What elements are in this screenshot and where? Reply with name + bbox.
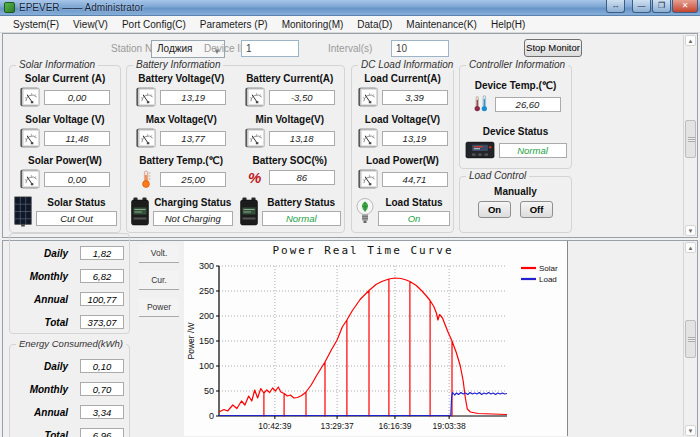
- min-voltage-metric: Min Voltage(V) 13,18: [236, 114, 345, 148]
- power-chart-svg: 05010015020025030010:42:3913:29:3716:16:…: [184, 241, 568, 436]
- bottom-panel-scrollbar[interactable]: ▲ ▼: [683, 242, 696, 436]
- energy-gen-monthly-label: Monthly: [22, 271, 68, 282]
- scroll-up-icon[interactable]: ▲: [685, 35, 696, 46]
- menu-monitoring[interactable]: Monitoring(M): [275, 19, 351, 30]
- percent-icon: %: [245, 169, 265, 186]
- solar-status-block: Solar Status Cut Out: [13, 196, 117, 227]
- gauge-icon: [20, 169, 40, 189]
- battery-voltage-label: Battery Voltage(V): [127, 73, 236, 84]
- app-window: EPEVER —— Administrator ↔ — ❐ ✕ System(F…: [0, 0, 700, 437]
- scrollbar-thumb[interactable]: [685, 320, 696, 358]
- energy-gen-total-value: 373,07: [80, 315, 124, 329]
- menu-data[interactable]: Data(D): [350, 19, 399, 30]
- energy-consumed-group: Energy Consumed(kWh) Daily 0,10 Monthly …: [9, 344, 130, 437]
- power-curve-button[interactable]: Power: [139, 298, 179, 317]
- load-current-metric: Load Current(A) 3,39: [352, 73, 453, 107]
- svg-text:16:16:39: 16:16:39: [378, 421, 411, 431]
- solar-power-value: 0,00: [44, 172, 110, 187]
- interval-input[interactable]: [391, 40, 449, 57]
- device-id-input[interactable]: [241, 40, 299, 57]
- battery-icon: [130, 196, 150, 227]
- controller-icon: [465, 140, 495, 160]
- interval-label: Interval(s): [328, 43, 372, 54]
- solar-group-title: Solar Information: [16, 59, 98, 70]
- energy-gen-daily-label: Daily: [22, 248, 68, 259]
- scrollbar-thumb[interactable]: [685, 120, 696, 158]
- energy-row: Daily 1,82: [22, 246, 129, 260]
- resize-icon[interactable]: ↔: [606, 0, 625, 13]
- min-voltage-label: Min Voltage(V): [236, 114, 345, 125]
- controller-information-group: Controller Information Device Temp.(℃) 2…: [459, 65, 572, 169]
- thermometer-icon: [136, 169, 156, 189]
- bulb-icon: [355, 196, 375, 227]
- svg-text:Solar: Solar: [539, 264, 558, 273]
- battery-temp-value: 25,00: [160, 172, 226, 187]
- svg-text:50: 50: [204, 386, 214, 396]
- device-temp-metric: Device Temp.(℃) 26,60: [460, 80, 571, 114]
- menu-system[interactable]: System(F): [6, 19, 66, 30]
- solar-status-label: Solar Status: [36, 197, 117, 208]
- restore-button[interactable]: ❐: [652, 0, 671, 13]
- scroll-down-icon[interactable]: ▼: [685, 425, 696, 436]
- load-voltage-label: Load Voltage(V): [352, 114, 453, 125]
- svg-text:10:42:39: 10:42:39: [258, 421, 291, 431]
- scroll-up-icon[interactable]: ▲: [685, 242, 696, 253]
- energy-row: Monthly 6,82: [22, 269, 129, 283]
- gauge-icon: [358, 87, 378, 107]
- device-status-label: Device Status: [460, 126, 571, 137]
- gauge-icon: [358, 169, 378, 189]
- svg-text:250: 250: [199, 286, 214, 296]
- charging-status-value: Not Charging: [153, 211, 233, 226]
- gauge-icon: [20, 87, 40, 107]
- load-status-label: Load Status: [378, 197, 450, 208]
- load-power-value: 44,71: [382, 172, 448, 187]
- current-curve-button[interactable]: Cur.: [139, 271, 179, 290]
- load-off-button[interactable]: Off: [520, 201, 553, 218]
- energy-gen-monthly-value: 6,82: [80, 269, 124, 283]
- gauge-icon: [20, 128, 40, 148]
- energy-row: Annual 100,77: [22, 292, 129, 306]
- load-on-button[interactable]: On: [478, 201, 511, 218]
- battery-soc-value: 86: [269, 170, 335, 185]
- svg-text:Power Real Time Curve: Power Real Time Curve: [272, 244, 453, 257]
- energy-con-annual-label: Annual: [22, 407, 68, 418]
- energy-gen-daily-value: 1,82: [80, 246, 124, 260]
- manually-label: Manually: [460, 186, 571, 197]
- svg-text:200: 200: [199, 311, 214, 321]
- battery-information-group: Battery Information Battery Voltage(V) 1…: [126, 65, 345, 233]
- dc-load-group-title: DC Load Information: [358, 59, 456, 70]
- menu-help[interactable]: Help(H): [484, 19, 532, 30]
- battery-current-label: Battery Current(A): [236, 73, 345, 84]
- solar-panel-icon: [13, 196, 33, 227]
- solar-current-metric: Solar Current (A) 0,00: [10, 73, 120, 107]
- load-current-value: 3,39: [382, 90, 448, 105]
- menu-maintenance[interactable]: Maintenance(K): [399, 19, 484, 30]
- menu-view[interactable]: View(V): [66, 19, 115, 30]
- device-temp-label: Device Temp.(℃): [460, 80, 571, 91]
- menu-parameters[interactable]: Parameters (P): [193, 19, 275, 30]
- minimize-button[interactable]: —: [632, 0, 651, 13]
- battery-status-value: Normal: [262, 211, 342, 226]
- max-voltage-value: 13,77: [160, 131, 226, 146]
- gauge-icon: [136, 87, 156, 107]
- stop-monitor-button[interactable]: Stop Monitor: [524, 39, 582, 57]
- gauge-icon: [245, 128, 265, 148]
- volt-curve-button[interactable]: Volt.: [139, 244, 179, 263]
- energy-consumed-title: Energy Consumed(kWh): [16, 338, 126, 349]
- top-panel-scrollbar[interactable]: ▲ ▼: [683, 35, 696, 236]
- energy-con-total-label: Total: [22, 430, 68, 437]
- svg-text:0: 0: [209, 411, 214, 421]
- scroll-down-icon[interactable]: ▼: [685, 225, 696, 236]
- energy-row: Annual 3,34: [22, 405, 129, 419]
- load-power-metric: Load Power(W) 44,71: [352, 155, 453, 189]
- gauge-icon: [136, 128, 156, 148]
- battery-soc-label: Battery SOC(%): [236, 155, 345, 166]
- menu-port-config[interactable]: Port Config(C): [115, 19, 193, 30]
- close-button[interactable]: ✕: [672, 0, 698, 13]
- device-temp-value: 26,60: [495, 97, 561, 112]
- device-status-value: Normal: [499, 143, 567, 158]
- energy-gen-annual-value: 100,77: [80, 292, 124, 306]
- energy-con-total-value: 6,96: [80, 428, 124, 437]
- gauge-icon: [245, 87, 265, 107]
- app-icon: [4, 2, 15, 13]
